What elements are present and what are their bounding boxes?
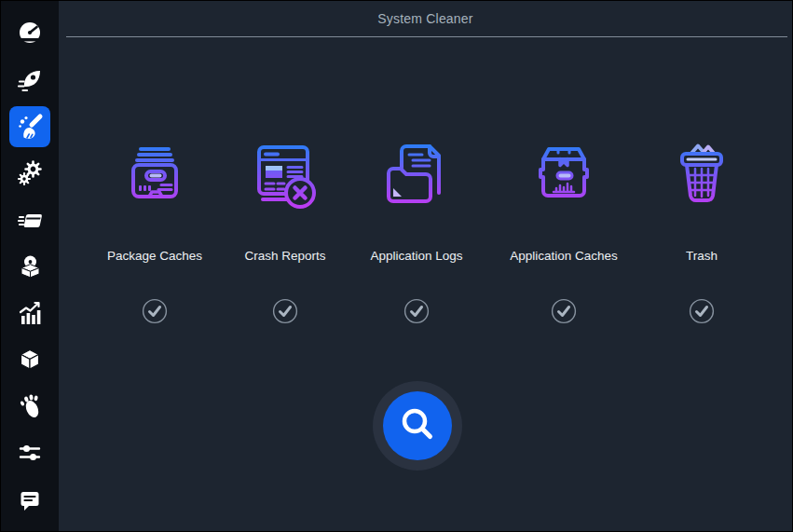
check-circle-icon[interactable] [142,298,168,324]
sidebar-item-processes[interactable] [1,197,59,243]
sidebar-item-resources[interactable] [1,290,59,336]
system-cleaner-page: System Cleaner [59,1,792,531]
page-header: System Cleaner [59,1,792,36]
magnifier-icon [397,403,438,448]
bar-chart-icon [17,300,43,326]
sidebar-item-feedback[interactable] [1,476,59,523]
package-caches-icon [116,140,194,222]
check-circle-icon[interactable] [403,298,430,324]
cleaner-categories: Package Caches [59,140,792,345]
application-caches-icon [525,140,603,222]
category-label: Package Caches [93,235,216,276]
category-label: Crash Reports [224,235,347,276]
category-package-caches[interactable]: Package Caches [93,140,216,324]
package-disc-icon [17,253,43,280]
category-application-logs[interactable]: Application Logs [355,140,478,324]
message-icon [17,486,43,512]
sidebar-item-settings[interactable] [1,430,59,476]
gears-icon [17,160,43,186]
sidebar-item-apt-packages[interactable] [1,336,59,383]
application-logs-icon [377,140,456,222]
rocket-icon [17,67,43,93]
category-trash[interactable]: Trash [640,140,763,324]
crash-reports-icon [246,140,324,222]
sidebar-item-system-cleaner[interactable] [1,103,59,150]
check-circle-icon[interactable] [272,298,298,324]
sidebar-item-services[interactable] [1,150,59,197]
speedometer-icon [17,20,43,47]
category-label: Application Caches [502,235,625,276]
broom-icon [16,113,44,141]
cube-box-icon [17,347,43,373]
category-application-caches[interactable]: Application Caches [502,140,625,324]
category-crash-reports[interactable]: Crash Reports [224,140,347,324]
sidebar-item-uninstaller[interactable] [1,243,59,290]
category-label: Trash [640,235,763,276]
sidebar [1,1,59,531]
header-divider [66,36,787,37]
sidebar-item-startup-apps[interactable] [1,57,59,103]
scan-button[interactable] [383,391,452,460]
sidebar-item-dashboard[interactable] [1,10,59,57]
gnome-foot-icon [17,393,43,419]
category-label: Application Logs [355,235,478,276]
sliders-icon [17,440,43,466]
sidebar-item-gnome-settings[interactable] [1,383,59,430]
page-title: System Cleaner [377,11,472,26]
stacked-window-icon [17,207,43,233]
check-circle-icon[interactable] [689,298,715,324]
check-circle-icon[interactable] [551,298,577,324]
trash-icon [663,140,741,222]
scan-button-ring [373,381,462,471]
